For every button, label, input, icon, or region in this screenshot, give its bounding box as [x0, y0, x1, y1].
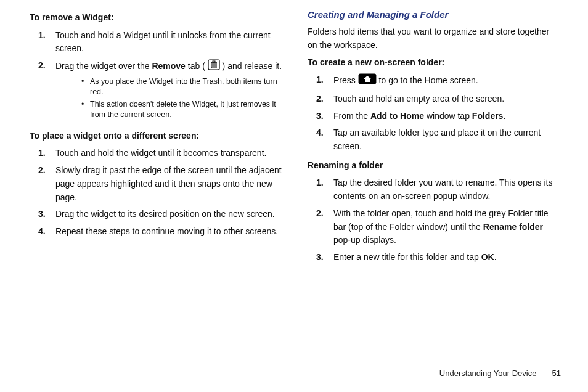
list-item: With the folder open, touch and hold the… — [308, 205, 561, 249]
section-intro: Folders hold items that you want to orga… — [308, 25, 561, 52]
text: tab ( — [186, 61, 208, 71]
list-item: Tap the desired folder you want to renam… — [308, 174, 561, 205]
right-column: Creating and Managing a Folder Folders h… — [308, 7, 561, 360]
text: pop-up displays. — [333, 235, 396, 245]
page: To remove a Widget: Touch and hold a Wid… — [0, 0, 588, 392]
text: to go to the Home screen. — [377, 75, 478, 85]
text: . — [494, 252, 497, 262]
home-key-icon — [358, 73, 377, 89]
list-item: Touch and hold the widget until it becom… — [30, 145, 283, 162]
left-column: To remove a Widget: Touch and hold a Wid… — [30, 7, 283, 360]
bold-text: Folders — [472, 111, 504, 121]
text: Press — [333, 75, 358, 85]
text: Enter a new title for this folder and ta… — [333, 252, 481, 262]
text: Drag the widget over the — [55, 61, 152, 71]
text: ) and release it. — [220, 61, 282, 71]
list-item: Drag the widget to its desired position … — [30, 206, 283, 223]
remove-widget-steps: Touch and hold a Widget until it unlocks… — [30, 27, 283, 126]
bold-text: OK — [481, 252, 494, 262]
page-number: 51 — [539, 367, 561, 380]
columns: To remove a Widget: Touch and hold a Wid… — [30, 7, 561, 360]
text: . — [503, 111, 505, 121]
rename-folder-heading: Renaming a folder — [308, 159, 561, 173]
rename-folder-steps: Tap the desired folder you want to renam… — [308, 174, 561, 266]
place-widget-heading: To place a widget onto a different scree… — [30, 129, 283, 143]
create-folder-steps: Press to go to the Home screen. Touch an… — [308, 71, 561, 155]
list-item: Tap an available folder type and place i… — [308, 125, 561, 155]
page-footer: Understanding Your Device 51 — [30, 360, 561, 380]
remove-widget-notes: As you place the Widget into the Trash, … — [55, 76, 283, 121]
text: window tap — [424, 111, 472, 121]
place-widget-steps: Touch and hold the widget until it becom… — [30, 145, 283, 240]
list-item: Repeat these steps to continue moving it… — [30, 223, 283, 240]
list-item: This action doesn't delete the Widget, i… — [55, 99, 283, 121]
list-item: From the Add to Home window tap Folders. — [308, 108, 561, 125]
section-title: Creating and Managing a Folder — [308, 7, 561, 22]
bold-text: Remove — [152, 61, 185, 71]
bold-text: Rename folder — [483, 222, 543, 232]
list-item: Touch and hold an empty area of the scre… — [308, 91, 561, 108]
create-folder-heading: To create a new on-screen folder: — [308, 56, 561, 70]
footer-section: Understanding Your Device — [439, 369, 537, 378]
list-item: Press to go to the Home screen. — [308, 71, 561, 91]
remove-widget-heading: To remove a Widget: — [30, 11, 283, 25]
bold-text: Add to Home — [370, 111, 424, 121]
svg-rect-6 — [213, 61, 215, 62]
list-item: Enter a new title for this folder and ta… — [308, 249, 561, 266]
list-item: Drag the widget over the Remove tab ( ) … — [30, 57, 283, 126]
trash-icon — [208, 59, 220, 75]
text: From the — [333, 111, 370, 121]
list-item: Slowly drag it past the edge of the scre… — [30, 162, 283, 206]
list-item: As you place the Widget into the Trash, … — [55, 76, 283, 99]
list-item: Touch and hold a Widget until it unlocks… — [30, 27, 283, 57]
